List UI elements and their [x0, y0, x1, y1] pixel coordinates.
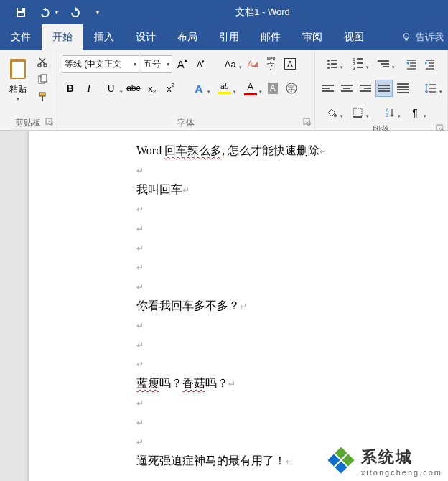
lightbulb-icon	[401, 32, 411, 42]
chevron-down-icon: ▾	[392, 65, 395, 70]
dialog-launcher-icon[interactable]	[303, 118, 312, 126]
tab-file[interactable]: 文件	[0, 24, 42, 50]
tab-layout[interactable]: 布局	[167, 24, 208, 50]
chevron-down-icon: ▾	[424, 113, 426, 119]
document-line[interactable]: ↵	[136, 161, 409, 180]
strikethrough-icon: abc	[126, 83, 140, 93]
repeat-button[interactable]	[62, 0, 89, 24]
borders-button[interactable]: ▾	[345, 104, 370, 121]
tab-mailings[interactable]: 邮件	[250, 24, 291, 50]
enclose-char-button[interactable]: 字	[283, 80, 300, 97]
paste-button[interactable]: 粘贴 ▾	[3, 53, 33, 102]
format-painter-button[interactable]	[34, 90, 50, 105]
shrink-font-button[interactable]: A▾	[192, 55, 210, 73]
italic-icon: I	[87, 83, 90, 95]
document-line[interactable]: ↵	[136, 200, 409, 219]
tab-review[interactable]: 审阅	[291, 24, 333, 50]
font-family-combo[interactable]: 等线 (中文正文▾	[62, 55, 139, 73]
copy-button[interactable]	[34, 72, 50, 87]
svg-rect-1	[18, 8, 22, 11]
svg-rect-16	[353, 108, 362, 117]
dialog-launcher-icon[interactable]	[45, 118, 54, 126]
strikethrough-button[interactable]: abc	[125, 80, 142, 97]
pilcrow-icon: ¶	[412, 107, 418, 118]
increase-indent-button[interactable]	[421, 55, 439, 73]
phonetic-guide-button[interactable]: wén字	[263, 55, 280, 73]
clipboard-group-label: 剪贴板	[15, 118, 41, 128]
document-area[interactable]: Word 回车辣么多, 怎么才能快速删除↵↵我叫回车↵↵↵↵↵↵你看我回车多不多…	[0, 131, 448, 481]
tab-design[interactable]: 设计	[125, 24, 167, 50]
char-border-icon: A	[284, 58, 296, 70]
chevron-down-icon: ▾	[366, 113, 369, 119]
line-spacing-button[interactable]: ▾	[419, 80, 443, 97]
highlight-button[interactable]: ab▾	[213, 80, 237, 97]
change-case-button[interactable]: Aa▾	[218, 55, 243, 73]
chevron-down-icon: ▾	[340, 65, 343, 70]
sort-icon: AZ	[383, 107, 395, 118]
bold-button[interactable]: B	[62, 80, 79, 97]
align-right-button[interactable]	[357, 80, 374, 97]
qat-customize-button[interactable]: ▾	[89, 0, 106, 24]
document-line[interactable]: ↵	[136, 413, 409, 432]
svg-text:字: 字	[288, 85, 295, 93]
font-family-value: 等线 (中文正文	[65, 58, 121, 70]
chevron-down-icon: ▾	[259, 89, 262, 95]
chevron-down-icon: ▾	[96, 9, 99, 16]
document-line[interactable]: ↵	[136, 393, 409, 413]
clear-formatting-button[interactable]: A◢	[244, 55, 261, 73]
document-line[interactable]: 我叫回车↵	[136, 180, 409, 200]
show-marks-button[interactable]: ¶▾	[403, 104, 427, 121]
grow-font-button[interactable]: A▴	[174, 55, 191, 73]
scissors-icon	[37, 57, 48, 68]
text-effects-button[interactable]: A▾	[187, 80, 211, 97]
svg-rect-10	[42, 96, 43, 101]
undo-button[interactable]: ▾	[34, 0, 62, 24]
chevron-down-icon: ▾	[17, 95, 19, 102]
svg-text:Z: Z	[386, 113, 389, 118]
tab-insert[interactable]: 插入	[83, 24, 125, 50]
document-line[interactable]: ↵	[136, 355, 409, 374]
document-line[interactable]: 你看我回车多不多？↵	[136, 296, 409, 316]
tell-me-search[interactable]: 告诉我	[401, 24, 448, 50]
align-center-button[interactable]	[338, 80, 355, 97]
title-bar: ▾ ▾ 文档1 - Word	[0, 0, 448, 24]
document-line[interactable]: ↵	[136, 316, 409, 335]
align-right-icon	[360, 83, 371, 94]
copy-icon	[37, 74, 48, 85]
chevron-down-icon: ▾	[366, 65, 369, 70]
underline-button[interactable]: U▾	[99, 80, 123, 97]
char-border-button[interactable]: A	[281, 55, 299, 73]
numbering-button[interactable]: 123▾	[345, 55, 370, 73]
bullets-icon	[327, 60, 337, 69]
bullets-button[interactable]: ▾	[319, 55, 344, 73]
watermark-url: xitongcheng.com	[361, 468, 442, 477]
document-line[interactable]: ↵	[136, 258, 409, 277]
shading-button[interactable]: ▾	[319, 104, 344, 121]
decrease-indent-button[interactable]	[403, 55, 420, 73]
document-line[interactable]: Word 回车辣么多, 怎么才能快速删除↵	[136, 141, 409, 161]
align-justify-button[interactable]	[375, 80, 393, 97]
superscript-button[interactable]: x2	[162, 80, 179, 97]
font-size-combo[interactable]: 五号▾	[141, 55, 172, 73]
distributed-button[interactable]	[394, 80, 411, 97]
italic-button[interactable]: I	[80, 80, 98, 97]
tab-view[interactable]: 视图	[333, 24, 375, 50]
multilevel-list-button[interactable]: ▾	[371, 55, 396, 73]
tab-home[interactable]: 开始	[42, 24, 83, 50]
chevron-down-icon: ▾	[167, 61, 169, 67]
save-button[interactable]	[7, 0, 34, 24]
document-line[interactable]: ↵	[136, 277, 409, 296]
sort-button[interactable]: AZ▾	[377, 104, 401, 121]
page[interactable]: Word 回车辣么多, 怎么才能快速删除↵↵我叫回车↵↵↵↵↵↵你看我回车多不多…	[29, 131, 448, 481]
cut-button[interactable]	[34, 55, 50, 70]
document-line[interactable]: 蓝瘦吗？香菇吗？↵	[136, 374, 409, 393]
char-shading-button[interactable]: A	[264, 80, 281, 97]
document-line[interactable]: ↵	[136, 219, 409, 238]
align-left-icon	[322, 83, 334, 94]
align-left-button[interactable]	[319, 80, 337, 97]
font-color-button[interactable]: A▾	[238, 80, 263, 97]
document-line[interactable]: ↵	[136, 238, 409, 258]
document-line[interactable]: ↵	[136, 335, 409, 355]
tab-references[interactable]: 引用	[208, 24, 250, 50]
subscript-button[interactable]: x2	[144, 80, 161, 97]
